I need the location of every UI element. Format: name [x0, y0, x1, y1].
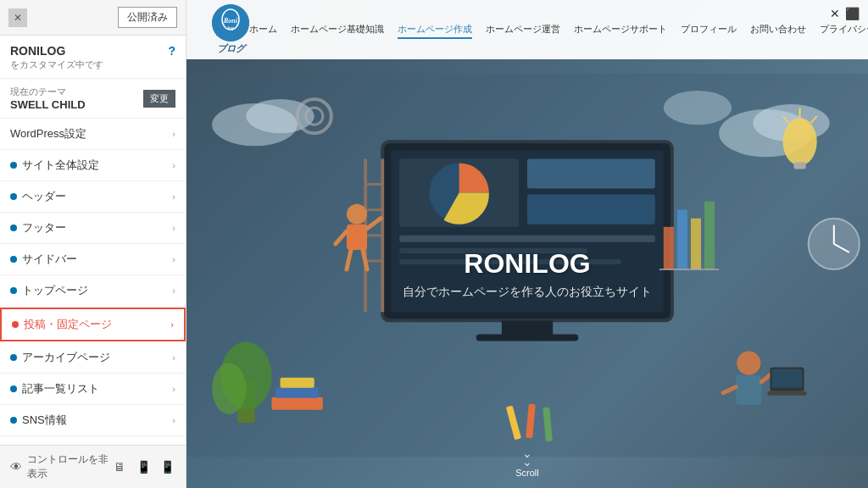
nav-contact[interactable]: お問い合わせ — [750, 21, 806, 39]
chevron-icon: › — [172, 254, 175, 264]
theme-label: 現在のテーマ — [10, 86, 86, 98]
site-info: RONILOG をカスタマイズ中です ? — [0, 36, 186, 79]
svg-rect-32 — [347, 225, 367, 250]
dot-icon — [10, 225, 17, 231]
footer-icons: 🖥 📱 📱 — [111, 458, 175, 475]
svg-rect-49 — [281, 378, 314, 388]
post-fixed-label: 投稿・固定ページ — [24, 317, 112, 332]
menu-item-archive[interactable]: アーカイブページ › — [0, 342, 186, 374]
sidebar-footer: 👁 コントロールを非表示 🖥 📱 📱 — [0, 445, 186, 488]
scroll-chevrons: ⌄ ⌄ — [522, 449, 532, 466]
chevron-icon: › — [172, 160, 175, 170]
chevron-icon: › — [172, 191, 175, 202]
menu-item-sns[interactable]: SNS情報 › — [0, 405, 186, 436]
svg-rect-19 — [527, 195, 655, 225]
chevron-icon: › — [170, 319, 174, 330]
rss-icon[interactable]: ⬛ — [845, 7, 860, 20]
customize-label: をカスタマイズ中です — [10, 58, 103, 71]
footer-label: フッター — [22, 220, 66, 236]
nav-links: ホーム ホームページ基礎知識 ホームページ作成 ホームページ運営 ホームページサ… — [249, 21, 868, 39]
change-theme-button[interactable]: 変更 — [143, 90, 175, 108]
svg-point-37 — [737, 352, 760, 375]
eye-icon: 👁 — [10, 460, 22, 474]
chevron-icon: › — [172, 415, 175, 425]
menu-item-advanced[interactable]: 高度な設定 › — [0, 436, 186, 445]
svg-rect-24 — [476, 334, 579, 341]
nav-profile[interactable]: プロフィール — [681, 21, 737, 39]
svg-rect-42 — [771, 369, 802, 388]
svg-rect-23 — [502, 320, 553, 336]
sidebar-header: ✕ 公開済み — [0, 0, 186, 36]
sidebar-menu: WordPress設定 › サイト全体設定 › ヘッダー › フッター › — [0, 119, 186, 445]
chevron-icon: › — [172, 223, 175, 233]
tablet-icon[interactable]: 📱 — [135, 458, 152, 475]
wordpress-label: WordPress設定 — [10, 126, 86, 141]
nav-creation[interactable]: ホームページ作成 — [398, 21, 472, 39]
svg-rect-18 — [527, 158, 655, 188]
menu-item-header[interactable]: ヘッダー › — [0, 181, 186, 213]
x-twitter-icon[interactable]: ✕ — [830, 7, 840, 20]
nav-home[interactable]: ホーム — [249, 21, 277, 39]
dot-icon — [10, 354, 17, 361]
scroll-indicator: ⌄ ⌄ Scroll — [515, 449, 539, 478]
hide-controls-label: コントロールを非表示 — [27, 452, 111, 481]
dot-icon — [10, 417, 17, 424]
svg-text:log: log — [227, 25, 234, 30]
nav-operation[interactable]: ホームページ運営 — [486, 21, 560, 39]
close-button[interactable]: ✕ — [8, 8, 27, 27]
site-navigation: Roni log ブログ ホーム ホームページ基礎知識 ホームページ作成 ホーム… — [186, 0, 868, 59]
scroll-label: Scroll — [515, 468, 539, 478]
mobile-icon[interactable]: 📱 — [159, 458, 175, 475]
chevron-icon: › — [172, 384, 175, 394]
chevron-down-2: ⌄ — [522, 458, 532, 466]
sidebar-label: サイドバー — [22, 252, 77, 267]
svg-rect-43 — [767, 391, 806, 396]
top-page-label: トップページ — [22, 283, 88, 298]
logo-text: ブログ — [217, 42, 245, 55]
hero-subtitle: 自分でホームページを作る人のお役立ちサイト — [403, 285, 652, 300]
chevron-icon: › — [172, 129, 175, 139]
svg-text:Roni: Roni — [223, 17, 238, 25]
desktop-icon[interactable]: 🖥 — [111, 458, 128, 475]
menu-item-article-list[interactable]: 記事一覧リスト › — [0, 374, 186, 405]
publish-button[interactable]: 公開済み — [118, 7, 177, 28]
menu-item-sidebar[interactable]: サイドバー › — [0, 244, 186, 275]
article-list-label: 記事一覧リスト — [22, 381, 99, 396]
svg-rect-20 — [399, 236, 655, 242]
hide-controls-button[interactable]: 👁 コントロールを非表示 — [10, 452, 111, 481]
help-icon[interactable]: ? — [168, 44, 175, 58]
dot-icon — [10, 287, 17, 294]
svg-point-46 — [212, 363, 246, 414]
hero-title: RONILOG — [464, 248, 590, 280]
site-logo: Roni log ブログ — [212, 4, 249, 55]
svg-rect-11 — [794, 162, 806, 169]
site-name: RONILOG — [10, 44, 103, 58]
site-general-label: サイト全体設定 — [22, 158, 99, 173]
nav-basics[interactable]: ホームページ基礎知識 — [291, 21, 384, 39]
svg-rect-55 — [691, 219, 701, 269]
dot-icon — [12, 321, 19, 328]
nav-privacy[interactable]: プライバシーポリシー — [820, 21, 868, 39]
svg-rect-48 — [276, 387, 319, 398]
social-icons: ✕ ⬛ — [830, 7, 860, 20]
sidebar: ✕ 公開済み RONILOG をカスタマイズ中です ? 現在のテーマ SWELL… — [0, 0, 186, 488]
sns-label: SNS情報 — [22, 413, 67, 428]
svg-rect-53 — [664, 227, 674, 269]
menu-item-site-general[interactable]: サイト全体設定 › — [0, 150, 186, 181]
svg-point-9 — [664, 91, 732, 125]
svg-point-31 — [347, 204, 367, 225]
menu-item-top-page[interactable]: トップページ › — [0, 275, 186, 307]
svg-rect-38 — [736, 375, 761, 405]
svg-rect-47 — [272, 397, 323, 410]
theme-info: 現在のテーマ SWELL CHILD — [10, 86, 86, 111]
menu-item-wordpress[interactable]: WordPress設定 › — [0, 119, 186, 150]
nav-support[interactable]: ホームページサポート — [574, 21, 667, 39]
svg-rect-56 — [704, 202, 715, 269]
dot-icon — [10, 193, 17, 200]
menu-item-footer[interactable]: フッター › — [0, 213, 186, 244]
svg-point-10 — [783, 118, 817, 165]
main-content: ✕ ⬛ Roni log ブログ ホーム ホームページ基礎知識 ホームページ作成… — [186, 0, 868, 488]
dot-icon — [10, 385, 17, 392]
menu-item-post-fixed[interactable]: 投稿・固定ページ › — [0, 308, 186, 341]
dot-icon — [10, 256, 17, 263]
